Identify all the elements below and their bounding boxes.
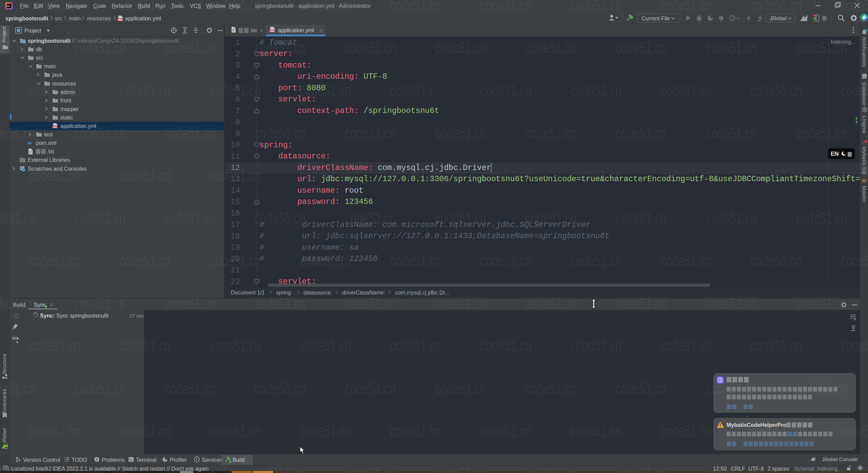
svg-text:m: m: [28, 140, 32, 146]
svg-text:YML: YML: [53, 126, 57, 128]
svg-text:YML: YML: [270, 30, 274, 32]
svg-text:m: m: [862, 177, 866, 183]
svg-text:JR: JR: [5, 448, 7, 450]
svg-text:YML: YML: [118, 19, 122, 21]
